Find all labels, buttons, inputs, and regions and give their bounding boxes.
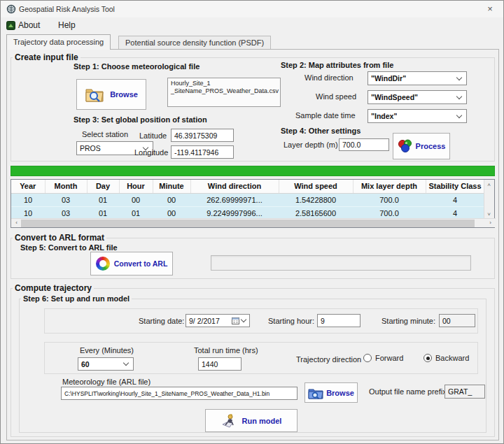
starting-date-picker[interactable]: 9/ 2/2017 xyxy=(186,314,250,327)
convert-to-arl-button[interactable]: Convert to ARL xyxy=(90,252,173,275)
col-wind-speed: Wind speed xyxy=(279,180,353,193)
wind-speed-label: Wind speed xyxy=(316,92,356,101)
close-icon: × xyxy=(487,3,493,14)
sample-date-time-combobox[interactable]: "Index" xyxy=(368,109,467,123)
met-file-name-box[interactable]: Hourly_Site_1 _SiteName_PROS_Weather_Dat… xyxy=(167,78,281,107)
cell: 4 xyxy=(426,193,484,206)
latitude-input[interactable] xyxy=(171,129,234,142)
run-model-button[interactable]: Run model xyxy=(205,409,298,432)
sample-date-time-label: Sample date time xyxy=(295,111,356,120)
cell: 262.69999971... xyxy=(190,193,279,206)
layer-depth-input[interactable] xyxy=(339,138,389,151)
cell: 01 xyxy=(87,193,119,206)
run-model-icon xyxy=(221,413,238,429)
col-wind-direction: Wind direction xyxy=(190,180,279,193)
process-icon xyxy=(398,139,413,153)
group-compute-trajectory-title: Compute trajectory xyxy=(13,283,94,293)
step1-title: Step 1: Choose meteorological file xyxy=(74,62,200,71)
cell: 03 xyxy=(45,193,87,206)
backward-radio[interactable]: Backward xyxy=(424,354,469,362)
wind-direction-combobox[interactable]: "WindDir" xyxy=(368,71,467,85)
every-minutes-combobox[interactable]: 60 xyxy=(78,357,134,371)
process-button[interactable]: Process xyxy=(393,133,450,159)
radio-icon xyxy=(363,354,372,362)
wind-speed-combobox[interactable]: "WindSpeed" xyxy=(368,90,467,104)
total-run-time-input[interactable] xyxy=(198,357,241,371)
cell: 00 xyxy=(119,193,153,206)
longitude-input[interactable] xyxy=(171,145,234,159)
step2-title: Step 2: Map attributes from file xyxy=(281,61,393,69)
menu-item-help[interactable]: Help xyxy=(58,19,76,31)
chevron-down-icon xyxy=(456,74,462,80)
starting-hour-label: Starting hour: xyxy=(268,317,314,325)
convert-to-arl-label: Convert to ARL xyxy=(114,259,168,268)
col-day: Day xyxy=(87,180,119,193)
radio-selected-icon xyxy=(424,354,432,362)
scroll-down-icon[interactable]: ˅ xyxy=(484,210,493,218)
tab-psdf[interactable]: Potential source density function (PSDF) xyxy=(118,36,271,49)
browse-arl-button[interactable]: Browse xyxy=(304,382,358,403)
scroll-left-icon[interactable]: ‹ xyxy=(12,219,21,227)
latitude-label: Latitude xyxy=(139,131,167,140)
folder-search-icon xyxy=(85,85,106,103)
table-row: 10 03 01 00 00 262.69999971... 1.5422880… xyxy=(11,193,484,206)
chevron-down-icon xyxy=(241,317,246,322)
output-prefix-input[interactable] xyxy=(444,385,485,399)
arl-progressbar xyxy=(211,255,471,271)
starting-date-label: Starting date: xyxy=(139,317,184,325)
about-icon xyxy=(6,21,15,30)
col-month: Month xyxy=(45,180,87,193)
group-create-input-title: Create input file xyxy=(13,52,80,62)
wind-speed-value: "WindSpeed" xyxy=(371,93,418,101)
wind-direction-label: Wind direction xyxy=(304,73,354,82)
step6-title: Step 6: Set up and run model xyxy=(21,294,132,303)
chevron-down-icon xyxy=(456,112,462,117)
wind-direction-value: "WindDir" xyxy=(371,74,406,83)
weather-data-table: Year Month Day Hour Minute Wind directio… xyxy=(10,179,495,228)
tab-trajectory-data-processing[interactable]: Trajectory data processing xyxy=(6,34,111,50)
horizontal-scroll-thumb[interactable] xyxy=(21,220,475,227)
chevron-down-icon xyxy=(456,93,462,99)
table-header-row: Year Month Day Hour Minute Wind directio… xyxy=(11,180,484,193)
starting-date-value: 9/ 2/2017 xyxy=(189,317,230,325)
col-mix-layer-depth: Mix layer depth xyxy=(353,180,426,193)
trajectory-direction-label: Trajectory direction xyxy=(296,355,361,364)
met-file-name-line1: Hourly_Site_1 xyxy=(171,80,277,87)
forward-radio[interactable]: Forward xyxy=(363,354,403,362)
process-progressbar xyxy=(10,166,495,176)
vertical-scrollbar[interactable]: ˄ ˅ xyxy=(484,180,494,220)
process-label: Process xyxy=(416,142,446,150)
col-year: Year xyxy=(11,180,45,193)
longitude-label: Longitude xyxy=(134,148,168,157)
col-minute: Minute xyxy=(153,180,190,193)
starting-hour-input[interactable] xyxy=(317,314,360,327)
menu-item-help-label: Help xyxy=(58,19,76,31)
starting-minute-input[interactable] xyxy=(439,314,475,327)
browse-met-file-button[interactable]: Browse xyxy=(76,79,146,110)
menu-item-about[interactable]: About xyxy=(6,19,40,31)
step4-title: Step 4: Other settings xyxy=(281,127,360,135)
output-prefix-label: Output file name prefix xyxy=(369,387,447,396)
meteorology-file-label: Meteorology file (ARL file) xyxy=(62,378,150,386)
color-ring-icon xyxy=(96,257,110,271)
browse-arl-label: Browse xyxy=(326,389,354,397)
group-convert-arl-title: Convert to ARL format xyxy=(13,233,106,243)
scroll-up-icon[interactable]: ˄ xyxy=(484,181,493,189)
select-station-label: Select station xyxy=(82,130,128,138)
horizontal-scrollbar[interactable]: ‹ › xyxy=(11,218,496,227)
close-button[interactable]: × xyxy=(481,2,499,15)
scroll-right-icon[interactable]: › xyxy=(486,219,495,227)
chevron-down-icon xyxy=(123,360,129,366)
blue-folder-search-icon xyxy=(308,387,323,399)
menu-item-about-label: About xyxy=(18,19,40,31)
every-minutes-label: Every (Minutes) xyxy=(80,346,134,355)
met-file-name-line2: _SiteName_PROS_Weather_Data.csv xyxy=(171,87,277,95)
meteorology-file-input[interactable] xyxy=(61,387,298,400)
cell: 700.0 xyxy=(353,193,426,206)
cell: 1.54228800 xyxy=(279,193,353,206)
starting-minute-label: Starting minute: xyxy=(382,317,435,325)
step5-title: Step 5: Convert to ARL file xyxy=(20,243,118,252)
sample-date-time-value: "Index" xyxy=(371,112,397,120)
every-minutes-value: 60 xyxy=(81,360,90,368)
step3-title: Step 3: Set global position of station xyxy=(74,115,207,124)
